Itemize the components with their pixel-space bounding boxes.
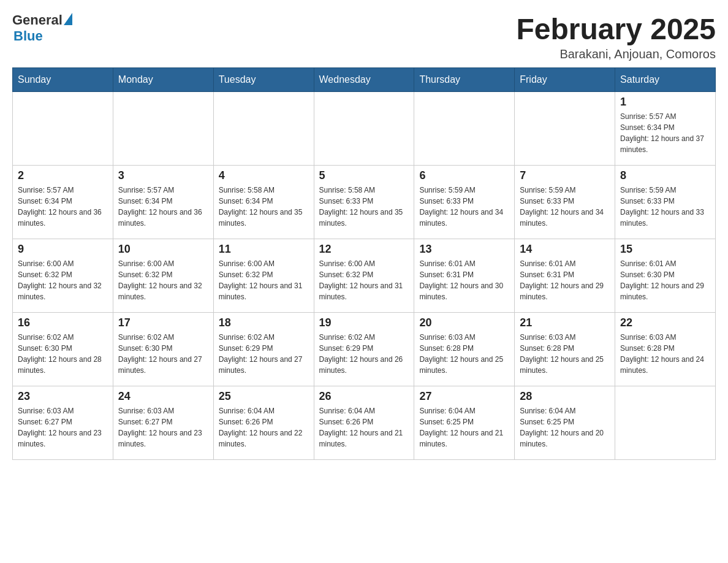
weekday-header-wednesday: Wednesday <box>314 68 414 92</box>
day-info: Sunrise: 5:57 AM Sunset: 6:34 PM Dayligh… <box>118 185 208 229</box>
calendar-cell: 9Sunrise: 6:00 AM Sunset: 6:32 PM Daylig… <box>13 239 113 313</box>
week-row-3: 9Sunrise: 6:00 AM Sunset: 6:32 PM Daylig… <box>13 239 716 313</box>
day-number: 12 <box>319 243 409 256</box>
day-info: Sunrise: 6:00 AM Sunset: 6:32 PM Dayligh… <box>18 258 108 302</box>
day-info: Sunrise: 6:04 AM Sunset: 6:26 PM Dayligh… <box>219 405 309 450</box>
day-number: 24 <box>118 390 208 403</box>
calendar-cell: 19Sunrise: 6:02 AM Sunset: 6:29 PM Dayli… <box>314 313 414 386</box>
calendar-cell: 16Sunrise: 6:02 AM Sunset: 6:30 PM Dayli… <box>13 313 113 386</box>
day-number: 2 <box>18 169 108 182</box>
day-info: Sunrise: 6:02 AM Sunset: 6:30 PM Dayligh… <box>18 332 108 376</box>
calendar-cell <box>314 92 414 166</box>
day-info: Sunrise: 5:59 AM Sunset: 6:33 PM Dayligh… <box>520 185 610 229</box>
day-info: Sunrise: 5:59 AM Sunset: 6:33 PM Dayligh… <box>620 185 710 229</box>
weekday-header-thursday: Thursday <box>414 68 515 92</box>
day-number: 10 <box>118 243 208 256</box>
calendar-cell <box>13 92 113 166</box>
day-info: Sunrise: 6:02 AM Sunset: 6:30 PM Dayligh… <box>118 332 208 376</box>
day-number: 25 <box>219 390 309 403</box>
calendar-table: SundayMondayTuesdayWednesdayThursdayFrid… <box>12 67 716 460</box>
day-info: Sunrise: 6:03 AM Sunset: 6:28 PM Dayligh… <box>419 332 509 376</box>
week-row-2: 2Sunrise: 5:57 AM Sunset: 6:34 PM Daylig… <box>13 166 716 239</box>
calendar-cell <box>113 92 213 166</box>
week-row-4: 16Sunrise: 6:02 AM Sunset: 6:30 PM Dayli… <box>13 313 716 386</box>
week-row-5: 23Sunrise: 6:03 AM Sunset: 6:27 PM Dayli… <box>13 386 716 460</box>
day-number: 11 <box>219 243 309 256</box>
calendar-cell: 2Sunrise: 5:57 AM Sunset: 6:34 PM Daylig… <box>13 166 113 239</box>
day-number: 9 <box>18 243 108 256</box>
day-info: Sunrise: 6:04 AM Sunset: 6:25 PM Dayligh… <box>419 405 509 450</box>
day-info: Sunrise: 6:01 AM Sunset: 6:31 PM Dayligh… <box>419 258 509 302</box>
calendar-cell <box>615 386 716 460</box>
day-info: Sunrise: 5:59 AM Sunset: 6:33 PM Dayligh… <box>419 185 509 229</box>
calendar-cell: 12Sunrise: 6:00 AM Sunset: 6:32 PM Dayli… <box>314 239 414 313</box>
logo: General Blue <box>12 12 72 44</box>
day-info: Sunrise: 5:57 AM Sunset: 6:34 PM Dayligh… <box>18 185 108 229</box>
title-section: February 2025 Barakani, Anjouan, Comoros <box>516 12 716 61</box>
weekday-header-tuesday: Tuesday <box>213 68 314 92</box>
calendar-cell: 28Sunrise: 6:04 AM Sunset: 6:25 PM Dayli… <box>515 386 615 460</box>
day-info: Sunrise: 5:57 AM Sunset: 6:34 PM Dayligh… <box>620 111 710 155</box>
day-info: Sunrise: 6:03 AM Sunset: 6:28 PM Dayligh… <box>520 332 610 376</box>
calendar-cell: 26Sunrise: 6:04 AM Sunset: 6:26 PM Dayli… <box>314 386 414 460</box>
day-number: 22 <box>620 316 710 329</box>
weekday-header-saturday: Saturday <box>615 68 716 92</box>
location: Barakani, Anjouan, Comoros <box>516 47 716 61</box>
day-number: 7 <box>520 169 610 182</box>
day-number: 14 <box>520 243 610 256</box>
weekday-header-row: SundayMondayTuesdayWednesdayThursdayFrid… <box>13 68 716 92</box>
day-info: Sunrise: 6:04 AM Sunset: 6:25 PM Dayligh… <box>520 405 610 450</box>
day-info: Sunrise: 6:03 AM Sunset: 6:27 PM Dayligh… <box>18 405 108 450</box>
day-number: 6 <box>419 169 509 182</box>
day-info: Sunrise: 5:58 AM Sunset: 6:34 PM Dayligh… <box>219 185 309 229</box>
day-number: 19 <box>319 316 409 329</box>
day-number: 4 <box>219 169 309 182</box>
calendar-cell: 15Sunrise: 6:01 AM Sunset: 6:30 PM Dayli… <box>615 239 716 313</box>
day-number: 5 <box>319 169 409 182</box>
calendar-cell <box>515 92 615 166</box>
day-info: Sunrise: 6:00 AM Sunset: 6:32 PM Dayligh… <box>319 258 409 302</box>
day-number: 16 <box>18 316 108 329</box>
logo-blue-text: Blue <box>13 28 43 44</box>
day-info: Sunrise: 6:02 AM Sunset: 6:29 PM Dayligh… <box>219 332 309 376</box>
calendar-cell: 23Sunrise: 6:03 AM Sunset: 6:27 PM Dayli… <box>13 386 113 460</box>
calendar-cell: 10Sunrise: 6:00 AM Sunset: 6:32 PM Dayli… <box>113 239 213 313</box>
day-info: Sunrise: 6:03 AM Sunset: 6:28 PM Dayligh… <box>620 332 710 376</box>
calendar-cell: 1Sunrise: 5:57 AM Sunset: 6:34 PM Daylig… <box>615 92 716 166</box>
day-number: 20 <box>419 316 509 329</box>
calendar-cell: 14Sunrise: 6:01 AM Sunset: 6:31 PM Dayli… <box>515 239 615 313</box>
calendar-cell: 24Sunrise: 6:03 AM Sunset: 6:27 PM Dayli… <box>113 386 213 460</box>
day-info: Sunrise: 6:03 AM Sunset: 6:27 PM Dayligh… <box>118 405 208 450</box>
day-info: Sunrise: 6:00 AM Sunset: 6:32 PM Dayligh… <box>118 258 208 302</box>
page-header: General Blue February 2025 Barakani, Anj… <box>12 12 716 61</box>
calendar-cell: 20Sunrise: 6:03 AM Sunset: 6:28 PM Dayli… <box>414 313 515 386</box>
week-row-1: 1Sunrise: 5:57 AM Sunset: 6:34 PM Daylig… <box>13 92 716 166</box>
calendar-cell: 27Sunrise: 6:04 AM Sunset: 6:25 PM Dayli… <box>414 386 515 460</box>
day-number: 28 <box>520 390 610 403</box>
calendar-cell: 22Sunrise: 6:03 AM Sunset: 6:28 PM Dayli… <box>615 313 716 386</box>
day-number: 17 <box>118 316 208 329</box>
day-info: Sunrise: 5:58 AM Sunset: 6:33 PM Dayligh… <box>319 185 409 229</box>
calendar-cell: 6Sunrise: 5:59 AM Sunset: 6:33 PM Daylig… <box>414 166 515 239</box>
weekday-header-friday: Friday <box>515 68 615 92</box>
day-number: 13 <box>419 243 509 256</box>
calendar-cell: 7Sunrise: 5:59 AM Sunset: 6:33 PM Daylig… <box>515 166 615 239</box>
day-number: 27 <box>419 390 509 403</box>
calendar-cell: 25Sunrise: 6:04 AM Sunset: 6:26 PM Dayli… <box>213 386 314 460</box>
day-info: Sunrise: 6:04 AM Sunset: 6:26 PM Dayligh… <box>319 405 409 450</box>
calendar-cell: 13Sunrise: 6:01 AM Sunset: 6:31 PM Dayli… <box>414 239 515 313</box>
weekday-header-monday: Monday <box>113 68 213 92</box>
logo-triangle-icon <box>64 13 72 25</box>
calendar-cell <box>213 92 314 166</box>
calendar-cell: 4Sunrise: 5:58 AM Sunset: 6:34 PM Daylig… <box>213 166 314 239</box>
calendar-cell: 8Sunrise: 5:59 AM Sunset: 6:33 PM Daylig… <box>615 166 716 239</box>
day-number: 23 <box>18 390 108 403</box>
calendar-cell: 21Sunrise: 6:03 AM Sunset: 6:28 PM Dayli… <box>515 313 615 386</box>
day-info: Sunrise: 6:01 AM Sunset: 6:31 PM Dayligh… <box>520 258 610 302</box>
day-info: Sunrise: 6:01 AM Sunset: 6:30 PM Dayligh… <box>620 258 710 302</box>
day-number: 15 <box>620 243 710 256</box>
calendar-cell: 11Sunrise: 6:00 AM Sunset: 6:32 PM Dayli… <box>213 239 314 313</box>
calendar-cell <box>414 92 515 166</box>
day-info: Sunrise: 6:00 AM Sunset: 6:32 PM Dayligh… <box>219 258 309 302</box>
weekday-header-sunday: Sunday <box>13 68 113 92</box>
